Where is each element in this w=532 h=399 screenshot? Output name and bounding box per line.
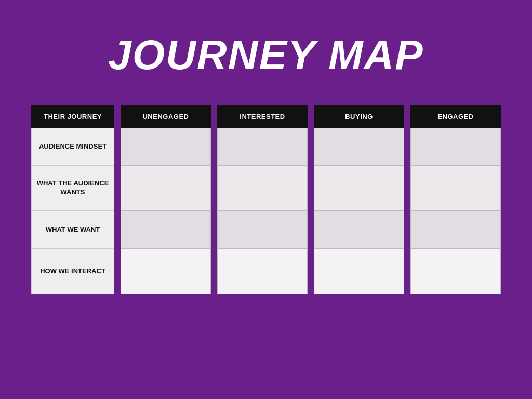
cell-unengaged-row1 — [121, 128, 211, 165]
label-cell-row4: HOW WE INTERACT — [31, 248, 114, 294]
row2-label: WHAT THE AUDIENCE WANTS — [32, 177, 114, 199]
column-interested: INTERESTED — [217, 105, 308, 294]
col-engaged-label: ENGAGED — [437, 113, 473, 121]
label-cell-row2: WHAT THE AUDIENCE WANTS — [31, 165, 114, 211]
title-area: JOURNEY MAP — [0, 0, 532, 105]
page-title: JOURNEY MAP — [0, 31, 532, 79]
cell-unengaged-row4 — [121, 248, 211, 294]
cell-unengaged-row3 — [121, 211, 211, 248]
col-header-unengaged: UNENGAGED — [121, 105, 211, 128]
col-buying-label: BUYING — [345, 113, 373, 121]
row1-label: AUDIENCE MINDSET — [35, 140, 111, 153]
cell-buying-row4 — [314, 248, 404, 294]
cell-interested-row3 — [217, 211, 308, 248]
column-engaged: ENGAGED — [410, 105, 501, 294]
cell-engaged-row2 — [410, 165, 501, 211]
journey-map-container: THEIR JOURNEY AUDIENCE MINDSET WHAT THE … — [0, 105, 532, 294]
cell-engaged-row1 — [410, 128, 501, 165]
row-header-cell: THEIR JOURNEY — [31, 105, 114, 128]
cell-interested-row4 — [217, 248, 308, 294]
cell-engaged-row4 — [410, 248, 501, 294]
cell-buying-row3 — [314, 211, 404, 248]
cell-interested-row2 — [217, 165, 308, 211]
column-unengaged: UNENGAGED — [121, 105, 211, 294]
col-header-buying: BUYING — [314, 105, 404, 128]
cell-buying-row2 — [314, 165, 404, 211]
cell-unengaged-row2 — [121, 165, 211, 211]
label-cell-row3: WHAT WE WANT — [31, 211, 114, 248]
col-interested-label: INTERESTED — [240, 113, 285, 121]
cell-buying-row1 — [314, 128, 404, 165]
column-buying: BUYING — [314, 105, 404, 294]
cell-interested-row1 — [217, 128, 308, 165]
cell-engaged-row3 — [410, 211, 501, 248]
col-header-interested: INTERESTED — [217, 105, 308, 128]
row-label-column: THEIR JOURNEY AUDIENCE MINDSET WHAT THE … — [31, 105, 114, 294]
col-header-engaged: ENGAGED — [410, 105, 501, 128]
label-cell-row1: AUDIENCE MINDSET — [31, 128, 114, 165]
row-header-label: THEIR JOURNEY — [44, 113, 102, 121]
row4-label: HOW WE INTERACT — [36, 265, 110, 278]
col-unengaged-label: UNENGAGED — [142, 113, 189, 121]
row3-label: WHAT WE WANT — [42, 223, 104, 236]
